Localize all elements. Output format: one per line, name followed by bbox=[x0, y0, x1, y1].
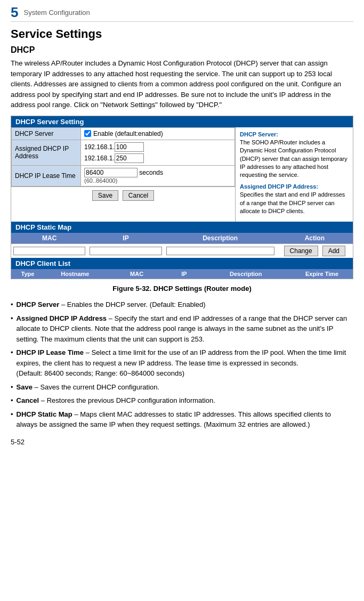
start-ip-row: 192.168.1. bbox=[84, 142, 231, 152]
bullet-save: Save – Saves the current DHCP configurat… bbox=[11, 380, 353, 394]
end-ip-input[interactable] bbox=[115, 153, 144, 163]
static-map-header: DHCP Static Map bbox=[11, 222, 353, 233]
intro-text: The wireless AP/Router includes a Dynami… bbox=[11, 58, 353, 110]
cancel-button[interactable]: Cancel bbox=[123, 190, 154, 201]
right-info-dhcp-title: DHCP Server: bbox=[240, 131, 349, 139]
col-action: Action bbox=[277, 233, 353, 243]
save-button[interactable]: Save bbox=[92, 190, 118, 201]
lease-time-input[interactable] bbox=[84, 168, 137, 177]
right-info-assigned-title: Assigned DHCP IP Address: bbox=[240, 183, 349, 191]
assigned-ip-value: 192.168.1. 192.168.1. bbox=[81, 140, 235, 165]
static-ip-input[interactable] bbox=[90, 247, 161, 255]
dhcp-server-value: Enable (default:enabled) bbox=[81, 127, 235, 140]
term-dhcp-server: DHCP Server bbox=[17, 300, 60, 308]
lease-time-row: DHCP IP Lease Time seconds (60..864000) bbox=[12, 165, 235, 186]
bullet-static-map-text: DHCP Static Map – Maps client MAC addres… bbox=[17, 409, 353, 430]
client-list-header: DHCP Client List bbox=[11, 258, 353, 269]
dhcp-settings-header: DHCP Server Setting bbox=[11, 116, 353, 127]
chapter-num: 5 bbox=[11, 5, 18, 19]
client-list-section: DHCP Client List Type Hostname MAC IP De… bbox=[11, 258, 353, 279]
chapter-title: System Configuration bbox=[23, 9, 90, 17]
static-map-col-headers: MAC IP Description Action bbox=[11, 233, 353, 243]
bullet-cancel-text: Cancel – Restores the previous DHCP conf… bbox=[17, 395, 215, 406]
lease-time-label: DHCP IP Lease Time bbox=[12, 165, 81, 186]
term-cancel: Cancel bbox=[17, 396, 39, 404]
right-info-assigned-text: Specifies the start and end IP addresses… bbox=[240, 191, 349, 215]
start-ip-input[interactable] bbox=[115, 142, 144, 152]
bullet-assigned-ip: Assigned DHCP IP Address – Specify the s… bbox=[11, 312, 353, 346]
bullet-static-map: DHCP Static Map – Maps client MAC addres… bbox=[11, 408, 353, 432]
client-col-headers: Type Hostname MAC IP Description Expire … bbox=[11, 269, 353, 279]
end-ip-prefix: 192.168.1. bbox=[84, 155, 115, 162]
start-ip-prefix: 192.168.1. bbox=[84, 143, 115, 151]
right-info-dhcp-server: DHCP Server: The SOHO AP/Router includes… bbox=[240, 131, 349, 180]
settings-form: DHCP Server Enable (default:enabled) Ass… bbox=[11, 127, 236, 222]
add-button[interactable]: Add bbox=[322, 246, 345, 256]
page-title: Service Settings bbox=[11, 27, 353, 41]
static-mac-cell bbox=[11, 245, 87, 257]
lease-time-input-row: seconds bbox=[84, 168, 231, 177]
col-ip: IP bbox=[87, 233, 164, 243]
col-description: Description bbox=[164, 233, 277, 243]
chapter-header: 5 System Configuration bbox=[11, 5, 353, 22]
bullet-dhcp-server-text: DHCP Server – Enables the DHCP server. (… bbox=[17, 299, 206, 310]
bullet-list: DHCP Server – Enables the DHCP server. (… bbox=[11, 298, 353, 432]
settings-box-inner: DHCP Server Enable (default:enabled) Ass… bbox=[11, 127, 353, 222]
change-button[interactable]: Change bbox=[284, 246, 318, 256]
dhcp-settings-box: DHCP Server Setting DHCP Server Enable (… bbox=[11, 116, 353, 280]
dhcp-enable-checkbox[interactable] bbox=[84, 130, 91, 137]
client-col-description: Description bbox=[200, 269, 291, 279]
assigned-ip-row: Assigned DHCP IP Address 192.168.1. 192.… bbox=[12, 140, 235, 165]
client-col-hostname: Hostname bbox=[44, 269, 106, 279]
settings-right-info: DHCP Server: The SOHO AP/Router includes… bbox=[236, 127, 353, 222]
bullet-assigned-ip-text: Assigned DHCP IP Address – Specify the s… bbox=[17, 313, 353, 345]
client-col-ip: IP bbox=[168, 269, 201, 279]
client-col-expire: Expire Time bbox=[291, 269, 353, 279]
bullet-lease-time: DHCP IP Lease Time – Select a time limit… bbox=[11, 346, 353, 380]
dhcp-enable-checkbox-label[interactable]: Enable (default:enabled) bbox=[84, 130, 231, 137]
client-col-mac: MAC bbox=[106, 269, 168, 279]
assigned-ip-label: Assigned DHCP IP Address bbox=[12, 140, 81, 165]
term-assigned-ip: Assigned DHCP IP Address bbox=[17, 314, 107, 322]
lease-time-range: (60..864000) bbox=[84, 177, 231, 184]
desc-cancel: – Restores the previous DHCP configurati… bbox=[39, 396, 215, 404]
client-col-type: Type bbox=[11, 269, 44, 279]
col-mac: MAC bbox=[11, 233, 87, 243]
form-buttons: Save Cancel bbox=[11, 186, 235, 204]
desc-dhcp-server: – Enables the DHCP server. (Default: Ena… bbox=[59, 300, 205, 308]
static-action-cell: Change Add bbox=[277, 244, 353, 258]
lease-time-value: seconds (60..864000) bbox=[81, 165, 235, 186]
dhcp-server-row: DHCP Server Enable (default:enabled) bbox=[12, 127, 235, 140]
form-table: DHCP Server Enable (default:enabled) Ass… bbox=[11, 127, 235, 186]
bullet-dhcp-server: DHCP Server – Enables the DHCP server. (… bbox=[11, 298, 353, 312]
static-map-section: DHCP Static Map MAC IP Description Actio… bbox=[11, 222, 353, 258]
section-title: DHCP bbox=[11, 45, 353, 55]
static-map-data-row: Change Add bbox=[11, 243, 353, 258]
figure-caption: Figure 5-32. DHCP Settings (Router mode) bbox=[11, 285, 353, 293]
static-ip-cell bbox=[87, 245, 164, 257]
term-save: Save bbox=[17, 383, 33, 391]
static-mac-input[interactable] bbox=[13, 247, 85, 255]
end-ip-row: 192.168.1. bbox=[84, 153, 231, 163]
static-desc-input[interactable] bbox=[166, 247, 274, 255]
lease-time-unit: seconds bbox=[139, 169, 163, 176]
dhcp-enable-label: Enable (default:enabled) bbox=[93, 130, 163, 137]
bullet-lease-time-text: DHCP IP Lease Time – Select a time limit… bbox=[17, 347, 353, 379]
right-info-assigned-ip: Assigned DHCP IP Address: Specifies the … bbox=[240, 183, 349, 216]
term-static-map: DHCP Static Map bbox=[17, 410, 72, 418]
desc-save: – Saves the current DHCP configuration. bbox=[33, 383, 159, 391]
static-desc-cell bbox=[164, 245, 277, 257]
right-info-dhcp-text: The SOHO AP/Router includes a Dynamic Ho… bbox=[240, 139, 349, 180]
term-lease-time: DHCP IP Lease Time bbox=[17, 348, 84, 356]
bullet-save-text: Save – Saves the current DHCP configurat… bbox=[17, 382, 160, 393]
dhcp-server-label: DHCP Server bbox=[12, 127, 81, 140]
page-number: 5-52 bbox=[11, 438, 353, 446]
bullet-cancel: Cancel – Restores the previous DHCP conf… bbox=[11, 394, 353, 408]
